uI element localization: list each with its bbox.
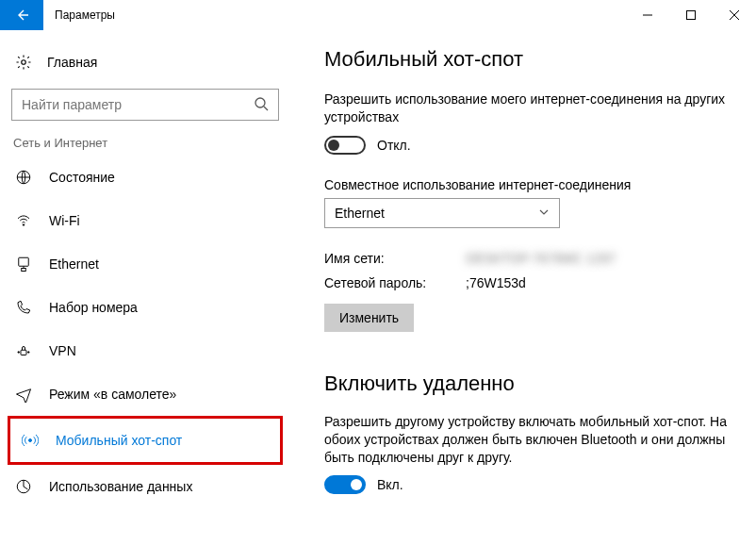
share-description: Разрешить использование моего интернет-с… (324, 91, 733, 126)
svg-point-8 (23, 224, 25, 226)
wifi-icon (15, 212, 32, 229)
category-header: Сеть и Интернет (4, 136, 287, 156)
sidebar-item-label: Wi-Fi (49, 213, 80, 228)
share-toggle-label: Откл. (377, 138, 411, 153)
edit-button[interactable]: Изменить (324, 304, 414, 332)
sidebar-home[interactable]: Главная (4, 43, 287, 81)
search-input[interactable] (22, 97, 254, 112)
minimize-button[interactable] (626, 0, 669, 30)
titlebar: Параметры (0, 0, 756, 30)
main-panel: Мобильный хот-спот Разрешить использован… (290, 30, 756, 545)
sidebar-home-label: Главная (47, 55, 97, 70)
page-heading: Мобильный хот-спот (324, 47, 733, 72)
search-box[interactable] (11, 89, 279, 121)
svg-point-14 (28, 352, 30, 354)
sidebar-item-datausage[interactable]: Использование данных (4, 465, 287, 508)
share-from-value: Ethernet (335, 206, 385, 221)
svg-line-6 (264, 107, 268, 110)
maximize-button[interactable] (669, 0, 713, 30)
gear-icon (15, 54, 32, 71)
share-from-label: Совместное использование интернет-соедин… (324, 177, 733, 192)
sidebar-item-label: Набор номера (49, 300, 138, 315)
sidebar-item-label: Ethernet (49, 256, 99, 272)
window-title: Параметры (43, 0, 626, 30)
share-from-dropdown[interactable]: Ethernet (324, 198, 560, 228)
sidebar-item-label: Использование данных (49, 479, 192, 494)
network-password-value: ;76W153d (466, 275, 526, 290)
svg-rect-9 (19, 257, 29, 266)
chevron-down-icon (538, 206, 550, 221)
network-name-value: DESKTOP-7679MC 1297 (466, 251, 616, 266)
svg-point-4 (22, 60, 26, 65)
remote-heading: Включить удаленно (324, 372, 733, 396)
close-button[interactable] (713, 0, 756, 30)
svg-rect-12 (21, 350, 26, 355)
back-button[interactable] (0, 0, 43, 30)
sidebar-item-hotspot[interactable]: Мобильный хот-спот (10, 419, 280, 462)
svg-point-13 (18, 352, 20, 354)
sidebar-item-ethernet[interactable]: Ethernet (4, 242, 287, 286)
remote-description: Разрешить другому устройству включать мо… (324, 413, 733, 467)
sidebar-item-vpn[interactable]: VPN (4, 329, 287, 372)
sidebar-item-dialup[interactable]: Набор номера (4, 286, 287, 329)
phone-icon (15, 299, 32, 316)
arrow-left-icon (14, 8, 29, 23)
sidebar-item-label: VPN (49, 343, 76, 358)
sidebar-item-label: Состояние (49, 170, 115, 185)
svg-point-5 (255, 98, 265, 107)
sidebar-item-airplane[interactable]: Режим «в самолете» (4, 372, 287, 416)
network-password-label: Сетевой пароль: (324, 275, 466, 290)
data-usage-icon (15, 478, 32, 495)
vpn-icon (15, 342, 32, 359)
remote-toggle[interactable] (324, 475, 366, 494)
settings-sidebar: Главная Сеть и Интернет Состояние Wi-Fi … (0, 30, 290, 545)
search-icon (254, 96, 269, 114)
svg-rect-1 (687, 11, 696, 20)
share-toggle[interactable] (324, 136, 366, 155)
sidebar-item-label: Режим «в самолете» (49, 387, 176, 402)
sidebar-item-wifi[interactable]: Wi-Fi (4, 199, 287, 242)
airplane-icon (15, 386, 32, 403)
svg-rect-10 (22, 269, 26, 272)
sidebar-item-status[interactable]: Состояние (4, 156, 287, 199)
network-name-label: Имя сети: (324, 251, 466, 266)
globe-icon (15, 169, 32, 186)
window-controls (626, 0, 756, 30)
sidebar-item-label: Мобильный хот-спот (56, 433, 182, 448)
ethernet-icon (15, 256, 32, 272)
hotspot-icon (22, 432, 39, 449)
svg-point-15 (29, 439, 32, 442)
remote-toggle-label: Вкл. (377, 477, 403, 492)
